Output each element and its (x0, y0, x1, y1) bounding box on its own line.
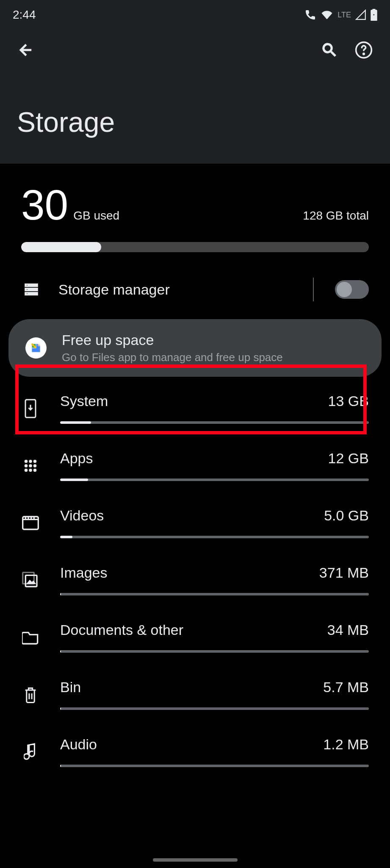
svg-point-15 (29, 465, 32, 467)
usage-progress-fill (21, 242, 101, 252)
category-bar (60, 765, 369, 767)
svg-rect-21 (25, 575, 37, 587)
storage-manager-row[interactable]: Storage manager (21, 265, 369, 314)
svg-rect-1 (373, 9, 375, 11)
wifi-calling-icon (304, 9, 316, 21)
category-value: 371 MB (319, 565, 369, 581)
category-value: 1.2 MB (323, 736, 369, 753)
free-up-space-button[interactable]: Free up space Go to Files app to manage … (8, 319, 382, 377)
help-button[interactable] (354, 41, 373, 61)
category-row-system[interactable]: System 13 GB (21, 382, 369, 439)
svg-point-11 (25, 460, 28, 462)
category-value: 13 GB (328, 393, 369, 409)
back-button[interactable] (17, 42, 34, 60)
free-up-subtitle: Go to Files app to manage and free up sp… (62, 351, 365, 364)
signal-icon (355, 9, 366, 20)
svg-point-19 (34, 469, 36, 471)
category-bar (60, 536, 369, 538)
used-number: 30 (21, 181, 68, 229)
usage-summary: 30 GB used 128 GB total (21, 164, 369, 265)
toggle-divider (313, 278, 314, 301)
toolbar (17, 30, 373, 72)
storage-manager-toggle[interactable] (335, 280, 369, 299)
svg-point-3 (363, 53, 365, 55)
category-value: 12 GB (328, 450, 369, 467)
category-value: 34 MB (327, 622, 369, 638)
category-label: Bin (60, 679, 81, 696)
category-row-videos[interactable]: Videos 5.0 GB (21, 496, 369, 554)
images-icon (21, 572, 40, 589)
svg-point-7 (26, 284, 28, 286)
category-row-apps[interactable]: Apps 12 GB (21, 439, 369, 496)
category-bar-fill (60, 707, 61, 710)
usage-progress-bar (21, 242, 369, 252)
storage-icon (21, 279, 41, 300)
category-row-documents-other[interactable]: Documents & other 34 MB (21, 611, 369, 668)
total-storage: 128 GB total (303, 209, 369, 223)
category-bar (60, 707, 369, 710)
category-bar-fill (60, 421, 91, 424)
svg-point-9 (26, 293, 28, 294)
search-icon (321, 41, 338, 59)
category-label: Apps (60, 450, 93, 467)
category-bar (60, 650, 369, 653)
free-up-title: Free up space (62, 332, 365, 348)
category-row-audio[interactable]: Audio 1.2 MB (21, 725, 369, 782)
system-icon (21, 398, 40, 419)
category-label: System (60, 393, 108, 409)
help-icon (354, 41, 373, 59)
svg-point-12 (29, 460, 32, 462)
category-bar (60, 479, 369, 481)
bin-icon (21, 686, 40, 703)
svg-point-17 (25, 469, 28, 471)
storage-manager-label: Storage manager (58, 281, 288, 298)
category-bar-fill (60, 765, 61, 767)
category-value: 5.7 MB (323, 679, 369, 696)
status-bar: 2:44 LTE (0, 0, 390, 30)
category-label: Videos (60, 507, 104, 524)
apps-icon (21, 458, 40, 473)
videos-icon (21, 515, 40, 531)
category-bar (60, 593, 369, 595)
category-bar-fill (60, 479, 88, 481)
svg-point-8 (26, 289, 28, 290)
category-bar (60, 421, 369, 424)
page-title: Storage (17, 106, 373, 138)
toggle-knob (337, 282, 352, 297)
svg-point-16 (34, 465, 36, 467)
svg-point-14 (25, 465, 28, 467)
category-row-bin[interactable]: Bin 5.7 MB (21, 668, 369, 725)
svg-point-13 (34, 460, 36, 462)
used-unit: GB used (73, 209, 119, 223)
category-value: 5.0 GB (324, 507, 369, 524)
documents-other-icon (21, 630, 40, 645)
audio-icon (21, 743, 40, 761)
wifi-icon (321, 10, 333, 20)
files-app-icon (25, 337, 47, 359)
category-label: Documents & other (60, 622, 183, 638)
network-label: LTE (337, 11, 351, 19)
category-bar-fill (60, 593, 61, 595)
arrow-back-icon (17, 42, 34, 58)
navigation-handle[interactable] (153, 858, 238, 862)
status-time: 2:44 (13, 8, 36, 22)
category-bar-fill (60, 536, 72, 538)
category-row-images[interactable]: Images 371 MB (21, 554, 369, 611)
category-label: Images (60, 565, 108, 581)
status-icons: LTE (304, 9, 377, 21)
svg-point-18 (29, 469, 32, 471)
category-label: Audio (60, 736, 97, 753)
search-button[interactable] (321, 41, 338, 61)
category-bar-fill (60, 650, 61, 653)
battery-icon (371, 9, 377, 21)
